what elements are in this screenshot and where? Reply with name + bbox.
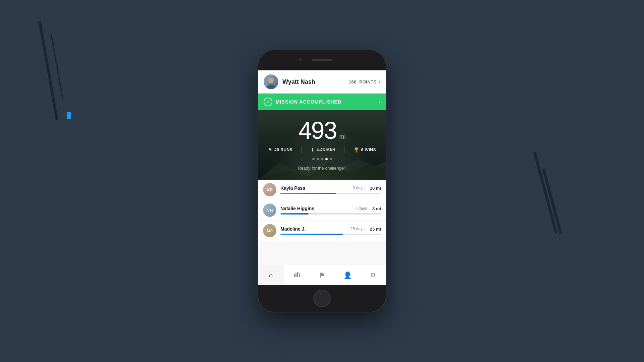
stats-icon <box>293 271 300 279</box>
check-circle-icon: ✓ <box>264 98 272 106</box>
runs-value: 49 RUNS <box>274 147 292 152</box>
lb-info-natalie: Natalie Higgins 7 days 8 mi <box>280 206 381 215</box>
bg-slash-left-2 <box>51 34 64 100</box>
lb-meta-madeline: 25 days 25 mi <box>351 227 381 232</box>
home-icon: ⌂ <box>269 271 273 279</box>
bottom-nav: ⌂ ⚑ 👤 ⚙ <box>258 265 386 285</box>
dot-4-active <box>325 158 328 160</box>
svg-rect-3 <box>296 273 297 277</box>
nav-item-settings[interactable]: ⚙ <box>360 265 386 285</box>
wins-value: 6 WINS <box>361 147 376 152</box>
leaderboard-item-natalie[interactable]: NH Natalie Higgins 7 days 8 mi <box>258 200 386 221</box>
lb-info-kayla: Kayla Pass 8 days 10 mi <box>280 185 381 194</box>
lb-progress-fill-kayla <box>280 193 336 194</box>
sub-stat-wins: 🏆 6 WINS <box>354 147 376 153</box>
lb-progress-bar-kayla <box>280 193 381 194</box>
nav-item-home[interactable]: ⌂ <box>258 265 284 285</box>
stat-divider-1 <box>301 146 302 153</box>
dots-indicator <box>264 158 380 160</box>
phone-bottom-bezel <box>258 285 386 312</box>
lb-meta-natalie: 7 days 8 mi <box>355 206 381 211</box>
avatar-madeline-img: MJ <box>263 224 276 237</box>
challenge-text-wrapper: Ready for the challenge? <box>264 165 380 174</box>
dot-5 <box>330 158 332 160</box>
lb-progress-fill-natalie <box>280 213 309 215</box>
avatar-madeline: MJ <box>263 224 276 237</box>
svg-rect-5 <box>299 274 300 277</box>
leaderboard: KP Kayla Pass 8 days 10 mi <box>258 180 386 265</box>
avatar-kayla-img: KP <box>263 183 276 196</box>
settings-icon: ⚙ <box>370 271 376 279</box>
lb-miles-madeline: 25 mi <box>370 227 381 232</box>
points-value: 160 POINTS <box>349 79 377 84</box>
nav-item-flag[interactable]: ⚑ <box>309 265 335 285</box>
phone-camera <box>299 58 302 61</box>
lb-progress-bar-madeline <box>280 234 381 235</box>
home-button[interactable] <box>313 290 331 307</box>
profile-icon: 👤 <box>343 271 352 279</box>
dot-1 <box>312 158 315 160</box>
mission-chevron-icon: › <box>378 99 380 106</box>
mission-banner[interactable]: ✓ MISSION ACCOMPLISHED › <box>258 94 386 110</box>
lb-name-row-madeline: Madeline J. 25 days 25 mi <box>280 226 381 232</box>
wins-icon: 🏆 <box>354 147 359 153</box>
lb-name-row-natalie: Natalie Higgins 7 days 8 mi <box>280 206 381 211</box>
bg-dot-left <box>67 112 71 119</box>
dot-3 <box>321 158 323 160</box>
svg-rect-2 <box>294 274 295 277</box>
user-name: Wyatt Nash <box>282 78 315 85</box>
speed-icon: ⬆ <box>311 147 315 153</box>
lb-name-madeline: Madeline J. <box>280 226 306 232</box>
phone-screen: Wyatt Nash 160 POINTS › ✓ MISSION ACCOMP… <box>258 70 386 285</box>
points-chevron-icon: › <box>379 79 380 85</box>
challenge-text: Ready for the challenge? <box>298 166 346 171</box>
avatar-natalie-img: NH <box>263 203 276 217</box>
bg-slash-right <box>533 152 557 234</box>
lb-miles-kayla: 10 mi <box>370 186 381 191</box>
dot-2 <box>317 158 319 160</box>
lb-meta-kayla: 8 days 10 mi <box>353 186 381 191</box>
lb-days-kayla: 8 days <box>353 186 364 190</box>
phone-top-bezel <box>258 50 386 70</box>
stats-area: 493 mi ⚑ 49 RUNS ⬆ 4.43 MI/H 🏆 6 WINS <box>258 110 386 180</box>
bg-slash-left <box>38 21 58 120</box>
lb-miles-natalie: 8 mi <box>372 206 381 211</box>
sub-stat-runs: ⚑ 49 RUNS <box>268 147 292 153</box>
main-stat: 493 mi <box>264 118 380 142</box>
sub-stats: ⚑ 49 RUNS ⬆ 4.43 MI/H 🏆 6 WINS <box>264 146 380 153</box>
lb-info-madeline: Madeline J. 25 days 25 mi <box>280 226 381 235</box>
mission-text: MISSION ACCOMPLISHED <box>276 99 341 105</box>
leaderboard-item-madeline[interactable]: MJ Madeline J. 25 days 25 mi <box>258 221 386 241</box>
speed-value: 4.43 MI/H <box>317 147 336 152</box>
lb-progress-bar-natalie <box>280 213 381 215</box>
phone-speaker <box>312 59 332 61</box>
lb-name-row-kayla: Kayla Pass 8 days 10 mi <box>280 185 381 191</box>
lb-name-natalie: Natalie Higgins <box>280 206 314 211</box>
user-info: Wyatt Nash <box>264 74 315 89</box>
leaderboard-item-kayla[interactable]: KP Kayla Pass 8 days 10 mi <box>258 180 386 200</box>
lb-name-kayla: Kayla Pass <box>280 185 305 191</box>
nav-item-profile[interactable]: 👤 <box>335 265 360 285</box>
lb-days-madeline: 25 days <box>351 227 365 231</box>
avatar-kayla: KP <box>263 183 276 196</box>
svg-rect-4 <box>297 272 298 277</box>
main-stat-value: 493 <box>298 118 336 142</box>
lb-days-natalie: 7 days <box>355 206 367 211</box>
bg-slash-right-2 <box>542 168 562 234</box>
runs-icon: ⚑ <box>268 147 272 153</box>
app-header[interactable]: Wyatt Nash 160 POINTS › <box>258 70 386 94</box>
nav-item-stats[interactable] <box>284 265 309 285</box>
avatar-natalie: NH <box>263 203 276 217</box>
stat-divider-2 <box>344 146 344 153</box>
phone-frame: Wyatt Nash 160 POINTS › ✓ MISSION ACCOMP… <box>258 50 386 312</box>
lb-progress-fill-madeline <box>280 234 343 235</box>
avatar <box>264 74 278 89</box>
main-stat-unit: mi <box>339 133 346 140</box>
flag-icon: ⚑ <box>319 271 325 279</box>
mission-left: ✓ MISSION ACCOMPLISHED <box>264 98 341 106</box>
points-section[interactable]: 160 POINTS › <box>349 79 380 85</box>
sub-stat-speed: ⬆ 4.43 MI/H <box>311 147 336 153</box>
